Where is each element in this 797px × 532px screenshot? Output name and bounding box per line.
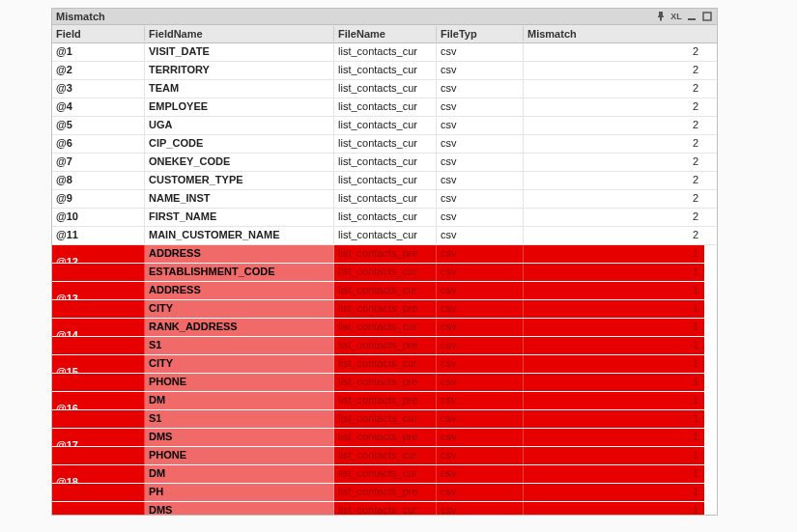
table-row[interactable]: S1list_contacts_curcsv1: [52, 410, 717, 429]
cell-mismatch: 1: [524, 374, 704, 391]
cell-fieldname: DMS: [145, 429, 334, 446]
cell-filetyp: csv: [437, 319, 524, 336]
cell-mismatch: 2: [524, 80, 704, 98]
cell-mismatch: 1: [524, 319, 704, 336]
table-row[interactable]: @13ADDRESSlist_contacts_curcsv1: [52, 282, 717, 300]
cell-mismatch: 2: [524, 172, 704, 189]
table-row[interactable]: @19DMSlist_contacts_curcsv1: [52, 502, 717, 515]
table-row[interactable]: @3TEAMlist_contacts_curcsv2: [52, 80, 717, 98]
maximize-icon[interactable]: [701, 11, 713, 22]
table-row[interactable]: CITYlist_contacts_precsv1: [52, 300, 717, 319]
table-row[interactable]: ESTABLISHMENT_CODElist_contacts_curcsv1: [52, 264, 717, 282]
cell-field: @16: [52, 392, 145, 409]
cell-fieldname: DM: [145, 465, 334, 483]
cell-field: @8: [52, 172, 145, 189]
cell-filetyp: csv: [437, 227, 524, 244]
cell-field: @7: [52, 154, 145, 171]
table-row[interactable]: @8CUSTOMER_TYPElist_contacts_curcsv2: [52, 172, 717, 190]
cell-filename: list_contacts_cur: [334, 465, 437, 483]
table-row[interactable]: S1list_contacts_precsv1: [52, 337, 717, 355]
cell-field: [52, 300, 145, 318]
cell-filetyp: csv: [437, 117, 524, 134]
cell-fieldname: MAIN_CUSTOMER_NAME: [145, 227, 334, 244]
cell-filename: list_contacts_pre: [334, 300, 437, 318]
cell-filename: list_contacts_cur: [334, 410, 437, 428]
cell-filename: list_contacts_cur: [334, 135, 437, 153]
cell-field: @6: [52, 135, 145, 153]
table-row[interactable]: @9NAME_INSTlist_contacts_curcsv2: [52, 190, 717, 209]
cell-fieldname: PH: [145, 484, 334, 501]
table-row[interactable]: PHlist_contacts_precsv1: [52, 484, 717, 502]
cell-field: [52, 337, 145, 354]
cell-filename: list_contacts_cur: [334, 62, 437, 79]
table-row[interactable]: @16DMlist_contacts_precsv1: [52, 392, 717, 410]
cell-filetyp: csv: [437, 98, 524, 116]
cell-filetyp: csv: [437, 209, 524, 226]
cell-filename: list_contacts_cur: [334, 319, 437, 336]
cell-fieldname: CIP_CODE: [145, 135, 334, 153]
table-row[interactable]: @17DMSlist_contacts_precsv1: [52, 429, 717, 447]
pin-icon[interactable]: [655, 11, 667, 22]
column-header-filename[interactable]: FileName: [334, 26, 437, 42]
cell-mismatch: 1: [524, 429, 704, 446]
cell-filename: list_contacts_cur: [334, 80, 437, 98]
cell-filetyp: csv: [437, 80, 524, 98]
table-row[interactable]: PHONElist_contacts_curcsv1: [52, 447, 717, 465]
window-titlebar[interactable]: Mismatch XL: [52, 9, 717, 25]
cell-field: @14: [52, 319, 145, 336]
cell-fieldname: CITY: [145, 300, 334, 318]
cell-filename: list_contacts_cur: [334, 355, 437, 373]
cell-filetyp: csv: [437, 282, 524, 299]
cell-field: [52, 447, 145, 464]
cell-filename: list_contacts_cur: [334, 154, 437, 171]
cell-fieldname: TERRITORY: [145, 62, 334, 79]
table-row[interactable]: @11MAIN_CUSTOMER_NAMElist_contacts_curcs…: [52, 227, 717, 245]
cell-mismatch: 1: [524, 355, 704, 373]
table-row[interactable]: @18DMlist_contacts_curcsv1: [52, 465, 717, 484]
table-row[interactable]: @4EMPLOYEElist_contacts_curcsv2: [52, 98, 717, 117]
cell-filetyp: csv: [437, 154, 524, 171]
export-xl-button[interactable]: XL: [670, 11, 682, 22]
cell-field: @17: [52, 429, 145, 446]
grid-header: Field FieldName FileName FileTyp Mismatc…: [52, 25, 717, 43]
table-row[interactable]: @5UGAlist_contacts_curcsv2: [52, 117, 717, 135]
minimize-icon[interactable]: [686, 11, 697, 22]
column-header-field[interactable]: Field: [52, 26, 145, 42]
column-header-filetyp[interactable]: FileTyp: [437, 26, 524, 42]
table-row[interactable]: @2TERRITORYlist_contacts_curcsv2: [52, 62, 717, 80]
table-row[interactable]: @12ADDRESSlist_contacts_precsv1: [52, 245, 717, 264]
column-header-fieldname[interactable]: FieldName: [145, 26, 334, 42]
column-header-mismatch[interactable]: Mismatch: [524, 26, 704, 42]
table-row[interactable]: @1VISIT_DATElist_contacts_curcsv2: [52, 43, 717, 62]
cell-field: @19: [52, 502, 145, 515]
cell-mismatch: 1: [524, 300, 704, 318]
cell-mismatch: 1: [524, 484, 704, 501]
cell-filetyp: csv: [437, 245, 524, 263]
table-row[interactable]: @10FIRST_NAMElist_contacts_curcsv2: [52, 209, 717, 227]
cell-field: @18: [52, 465, 145, 483]
cell-field: @13: [52, 282, 145, 299]
cell-field: [52, 264, 145, 281]
cell-fieldname: S1: [145, 337, 334, 354]
cell-filetyp: csv: [437, 135, 524, 153]
cell-mismatch: 2: [524, 98, 704, 116]
svg-rect-1: [703, 13, 711, 20]
cell-mismatch: 1: [524, 502, 704, 515]
cell-field: @2: [52, 62, 145, 79]
cell-fieldname: PHONE: [145, 374, 334, 391]
svg-rect-0: [688, 18, 696, 20]
table-row[interactable]: @7ONEKEY_CODElist_contacts_curcsv2: [52, 154, 717, 172]
cell-fieldname: ESTABLISHMENT_CODE: [145, 264, 334, 281]
cell-filename: list_contacts_pre: [334, 392, 437, 409]
grid-body[interactable]: @1VISIT_DATElist_contacts_curcsv2@2TERRI…: [52, 43, 717, 515]
table-row[interactable]: PHONElist_contacts_precsv1: [52, 374, 717, 392]
cell-filetyp: csv: [437, 264, 524, 281]
table-row[interactable]: @14RANK_ADDRESSlist_contacts_curcsv1: [52, 319, 717, 337]
table-row[interactable]: @15CITYlist_contacts_curcsv1: [52, 355, 717, 374]
cell-field: @10: [52, 209, 145, 226]
cell-field: @15: [52, 355, 145, 373]
cell-field: @5: [52, 117, 145, 134]
mismatch-window: Mismatch XL Field FieldName FileName Fil…: [51, 8, 718, 516]
table-row[interactable]: @6CIP_CODElist_contacts_curcsv2: [52, 135, 717, 154]
cell-filename: list_contacts_cur: [334, 502, 437, 515]
